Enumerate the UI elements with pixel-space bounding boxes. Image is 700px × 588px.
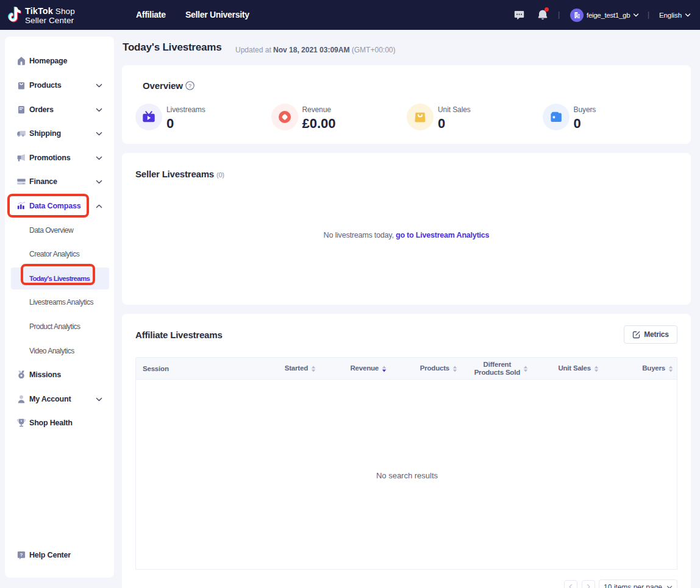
svg-text:?: ? [188,83,191,89]
svg-text:?: ? [20,552,23,558]
